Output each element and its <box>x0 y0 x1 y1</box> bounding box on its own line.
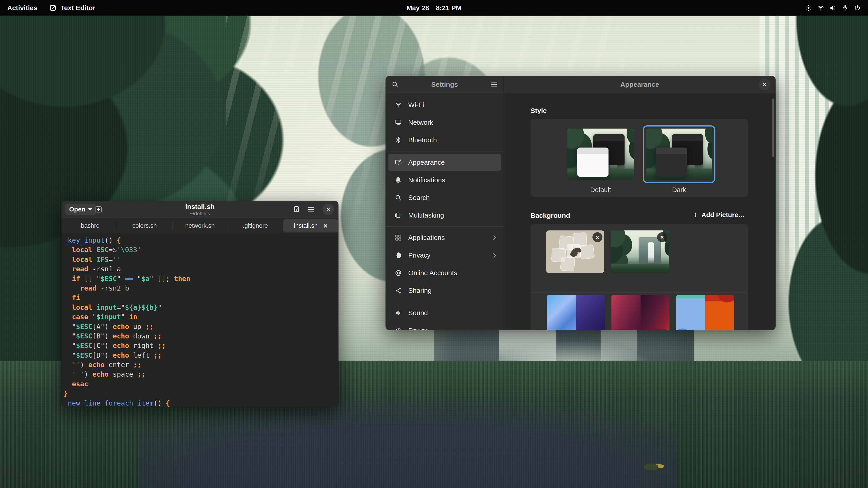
svg-text:@: @ <box>395 269 401 276</box>
sidebar-headerbar: Settings <box>385 76 504 93</box>
code-line: "$ESC[B") echo down ;; <box>64 331 338 341</box>
code-line: "$ESC[A") echo up ;; <box>64 322 338 331</box>
style-option-dark[interactable] <box>646 129 712 180</box>
preset-wallpaper-blue-orange-drips[interactable] <box>676 295 734 330</box>
close-tab-icon[interactable]: × <box>323 223 328 229</box>
code-line: "$ESC[D") echo left ;; <box>64 351 338 360</box>
dragon-icon <box>568 243 584 259</box>
dark-style-preview <box>646 129 712 180</box>
time-label: 8:21 PM <box>436 4 461 12</box>
code-line: read -rsn2 b <box>64 284 338 293</box>
code-line: _key_input() { <box>64 236 338 245</box>
network-icon <box>394 119 402 127</box>
sidebar-item-sound[interactable]: Sound <box>388 304 501 322</box>
tab-install-sh[interactable]: install.sh× <box>283 219 338 232</box>
sidebar-item-label: Bluetooth <box>408 136 498 144</box>
background-thumb-dragon[interactable]: × <box>546 230 604 273</box>
power-icon <box>854 4 861 12</box>
sidebar-item-label: Power <box>408 327 498 330</box>
focused-app-menu[interactable]: Text Editor <box>49 4 95 12</box>
applications-icon <box>394 234 402 242</box>
text-editor-headerbar: Open install.sh ~/dotfiles <box>61 201 338 218</box>
sidebar-item-bluetooth[interactable]: Bluetooth <box>388 131 501 149</box>
system-tray[interactable] <box>805 4 868 12</box>
search-button[interactable] <box>390 79 401 90</box>
open-button[interactable]: Open <box>65 204 96 215</box>
appearance-icon <box>394 158 402 166</box>
sidebar-item-label: Multitasking <box>408 212 498 219</box>
wifi-icon <box>817 4 825 12</box>
top-bar: Activities Text Editor May 28 8:21 PM <box>0 0 868 15</box>
code-line: local ESC=$'\033' <box>64 245 338 255</box>
new-tab-button[interactable] <box>93 204 104 215</box>
tab-bashrc[interactable]: .bashrc <box>61 218 117 234</box>
sidebar-item-wi-fi[interactable]: Wi-Fi <box>388 96 501 113</box>
sidebar-item-label: Privacy <box>408 252 485 259</box>
open-button-label: Open <box>69 206 86 213</box>
code-line: esac <box>64 379 338 389</box>
remove-background-button[interactable]: × <box>657 232 667 242</box>
sidebar-item-appearance[interactable]: Appearance <box>388 154 501 171</box>
code-editor-area[interactable]: _key_input() { local ESC=$'\033' local I… <box>61 234 338 407</box>
sidebar-item-multitasking[interactable]: Multitasking <box>388 206 501 224</box>
primary-menu-button[interactable] <box>489 79 500 90</box>
background-separator <box>530 292 748 293</box>
wifi-icon <box>394 101 402 109</box>
sound-icon <box>394 309 402 317</box>
sidebar-item-label: Online Accounts <box>408 269 498 277</box>
document-search-button[interactable] <box>291 204 302 215</box>
sidebar-item-label: Sharing <box>408 287 498 294</box>
sidebar-separator <box>385 226 504 227</box>
add-picture-button[interactable]: + Add Picture… <box>689 208 748 222</box>
scrollbar-thumb[interactable] <box>772 98 774 157</box>
plus-icon: + <box>693 210 698 219</box>
sidebar-item-label: Notifications <box>408 176 498 184</box>
tab-label: .bashrc <box>79 222 99 229</box>
style-heading: Style <box>530 107 547 115</box>
menu-button[interactable] <box>306 204 317 215</box>
tab-gitignore[interactable]: .gitignore <box>228 218 283 234</box>
clock-button[interactable]: May 28 8:21 PM <box>406 4 461 12</box>
code-line: read -rsn1 a <box>64 264 338 274</box>
tab-label: colors.sh <box>132 222 157 229</box>
sidebar-item-notifications[interactable]: Notifications <box>388 171 501 189</box>
preset-wallpaper-dark-red-waves[interactable] <box>612 295 670 330</box>
preset-light-variant <box>612 295 641 330</box>
preset-dark-variant <box>641 295 670 330</box>
activities-button[interactable]: Activities <box>7 4 37 12</box>
power-icon <box>394 326 402 330</box>
sidebar-item-label: Network <box>408 119 498 126</box>
sidebar-item-search[interactable]: Search <box>388 189 501 206</box>
tab-label: .gitignore <box>243 222 268 229</box>
sidebar-item-privacy[interactable]: Privacy <box>388 247 501 264</box>
code-line: local IFS='' <box>64 255 338 264</box>
style-option-default[interactable] <box>567 129 634 180</box>
scrollbar[interactable] <box>772 98 774 313</box>
tab-colors-sh[interactable]: colors.sh <box>117 218 172 234</box>
sidebar-item-label: Applications <box>408 234 485 241</box>
sidebar-item-network[interactable]: Network <box>388 113 501 131</box>
tab-label: network.sh <box>185 222 215 229</box>
sidebar-item-online-accounts[interactable]: @Online Accounts <box>388 264 501 282</box>
preset-wallpaper-blue-purple-geometric[interactable] <box>547 295 605 330</box>
remove-background-button[interactable]: × <box>592 232 602 242</box>
chevron-down-icon <box>88 208 92 211</box>
sidebar-item-power[interactable]: Power <box>388 322 501 330</box>
microphone-icon <box>841 4 849 12</box>
code-line: if [[ "$ESC" == "$a" ]]; then <box>64 274 338 284</box>
settings-sidebar: Settings Wi-FiNetworkBluetoothAppearance… <box>385 76 504 330</box>
default-style-preview <box>567 129 634 180</box>
text-editor-icon <box>49 4 57 12</box>
sidebar-item-applications[interactable]: Applications <box>388 229 501 247</box>
close-settings-button[interactable] <box>759 78 771 90</box>
focused-app-name: Text Editor <box>60 4 95 12</box>
background-heading: Background <box>530 212 570 219</box>
code-line: _new_line_foreach_item() { <box>64 398 338 407</box>
tab-network-sh[interactable]: network.sh <box>172 218 228 234</box>
sidebar-item-sharing[interactable]: Sharing <box>388 282 501 299</box>
background-thumb-forest[interactable]: × <box>611 230 669 273</box>
close-window-button[interactable] <box>322 204 334 215</box>
sidebar-list: Wi-FiNetworkBluetoothAppearanceNotificat… <box>385 93 504 330</box>
document-title: install.sh <box>185 203 215 211</box>
online-accounts-icon: @ <box>394 269 402 277</box>
